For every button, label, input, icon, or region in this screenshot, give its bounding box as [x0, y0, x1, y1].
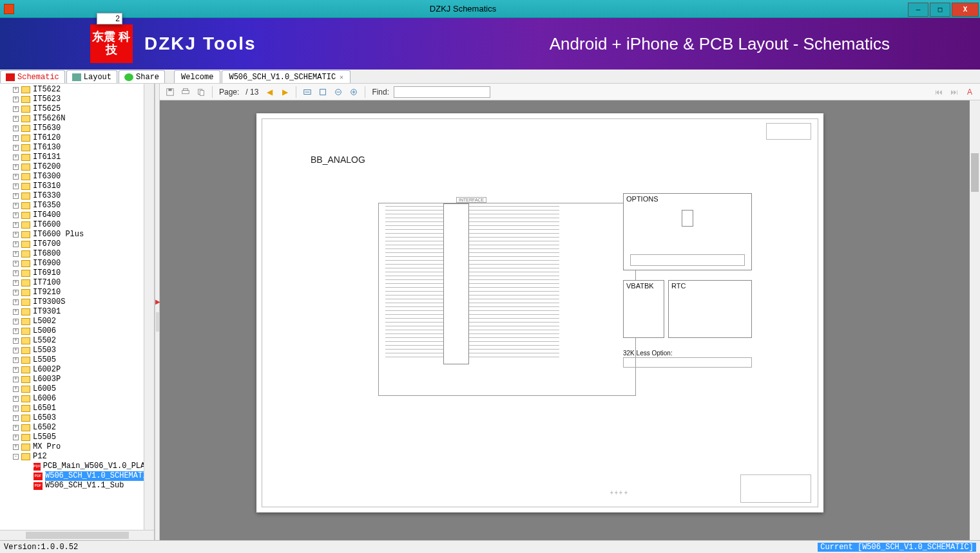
tree-file[interactable]: PDFPCB_Main_W506_V1.0_PLACEMEN — [0, 462, 154, 471]
tree-folder[interactable]: IT6350 — [0, 201, 154, 211]
expander-icon[interactable] — [13, 406, 19, 411]
splitter[interactable]: ▶ — [155, 84, 160, 540]
tree-folder[interactable]: IT6900 — [0, 259, 154, 268]
maximize-button[interactable]: □ — [930, 3, 950, 17]
tree-folder[interactable]: IT5625 — [0, 104, 154, 114]
tree-folder[interactable]: L6501 — [0, 404, 154, 413]
expander-icon[interactable] — [13, 435, 19, 440]
expander-icon[interactable] — [13, 135, 19, 141]
tree-folder[interactable]: IT6400 — [0, 211, 154, 220]
tree-folder[interactable]: IT6700 — [0, 239, 154, 249]
expander-icon[interactable] — [13, 425, 19, 431]
tree-folder[interactable]: IT6200 — [0, 162, 154, 172]
doc-tab-welcome[interactable]: Welcome — [174, 70, 220, 83]
expander-icon[interactable] — [13, 87, 19, 93]
expander-icon[interactable] — [13, 396, 19, 402]
find-prev-icon[interactable]: ⏮ — [932, 86, 945, 98]
tree-folder[interactable]: L5006 — [0, 326, 154, 336]
prev-page-icon[interactable]: ◀ — [263, 86, 276, 98]
zoom-in-icon[interactable] — [347, 86, 360, 98]
text-style-icon[interactable]: A — [963, 86, 976, 98]
tree-folder[interactable]: IT5623 — [0, 95, 154, 104]
expander-icon[interactable] — [13, 97, 19, 102]
expander-icon[interactable] — [13, 309, 19, 315]
expander-icon[interactable] — [13, 106, 19, 112]
tree-folder[interactable]: L6503 — [0, 413, 154, 423]
tree-folder[interactable]: L5502 — [0, 336, 154, 346]
expander-icon[interactable] — [13, 290, 19, 295]
tree-folder[interactable]: IT5630 — [0, 124, 154, 133]
tree-folder[interactable]: IT6130 — [0, 143, 154, 153]
tree-folder[interactable]: L6002P — [0, 365, 154, 375]
expander-icon[interactable] — [13, 386, 19, 392]
tree-folder[interactable]: IT7100 — [0, 278, 154, 288]
expander-icon[interactable] — [13, 232, 19, 238]
expander-icon[interactable] — [13, 280, 19, 286]
tab-layout[interactable]: Layout — [66, 70, 117, 83]
fit-page-icon[interactable] — [316, 86, 329, 98]
tab-share[interactable]: Share — [119, 70, 165, 83]
tree-folder[interactable]: L5503 — [0, 346, 154, 355]
minimize-button[interactable]: — — [908, 3, 928, 17]
tree-scroll[interactable]: IT5622IT5623IT5625IT5626NIT5630IT6120IT6… — [0, 84, 154, 530]
tree-folder[interactable]: IT6910 — [0, 268, 154, 278]
tree-vertical-scrollbar[interactable] — [144, 84, 154, 530]
page-input[interactable] — [97, 13, 122, 24]
tree-folder[interactable]: IT6600 — [0, 220, 154, 230]
find-input[interactable] — [394, 86, 490, 98]
expander-icon[interactable] — [13, 328, 19, 334]
tree-folder[interactable]: IT5622 — [0, 85, 154, 95]
expander-icon[interactable] — [13, 126, 19, 131]
next-page-icon[interactable]: ▶ — [278, 86, 291, 98]
tree-folder[interactable]: IT6310 — [0, 182, 154, 191]
tree-folder[interactable]: IT5626N — [0, 114, 154, 124]
tree-folder[interactable]: MX Pro — [0, 442, 154, 452]
expander-icon[interactable] — [13, 377, 19, 382]
expander-icon[interactable] — [13, 174, 19, 180]
expander-icon[interactable] — [13, 415, 19, 421]
expander-icon[interactable] — [13, 155, 19, 160]
tree-folder[interactable]: IT6330 — [0, 191, 154, 201]
copy-icon[interactable] — [195, 86, 207, 98]
tree-folder-open[interactable]: P12 — [0, 452, 154, 462]
expander-icon[interactable] — [13, 338, 19, 344]
tab-schematic[interactable]: Schematic — [0, 70, 65, 83]
tree-folder[interactable]: IT6800 — [0, 249, 154, 259]
close-button[interactable]: X — [952, 3, 979, 17]
expander-icon[interactable] — [13, 203, 19, 209]
doc-tab-current[interactable]: W506_SCH_V1.0_SCHEMATIC ✕ — [222, 70, 351, 83]
zoom-out-icon[interactable] — [332, 86, 345, 98]
expander-icon[interactable] — [13, 183, 19, 189]
tree-folder[interactable]: L6502 — [0, 423, 154, 433]
expander-icon[interactable] — [13, 193, 19, 199]
tree-file[interactable]: PDFW506_SCH_V1.1_Sub — [0, 481, 154, 491]
tree-folder[interactable]: L5505 — [0, 355, 154, 365]
expander-icon[interactable] — [13, 251, 19, 257]
tree-folder[interactable]: IT9300S — [0, 297, 154, 307]
expander-icon[interactable] — [13, 348, 19, 353]
expander-icon[interactable] — [13, 261, 19, 267]
tree-folder[interactable]: L6003P — [0, 375, 154, 384]
tree-folder[interactable]: IT6131 — [0, 153, 154, 162]
fit-width-icon[interactable] — [301, 86, 314, 98]
tree-folder[interactable]: IT6300 — [0, 172, 154, 182]
expander-icon[interactable] — [13, 212, 19, 218]
tree-folder[interactable]: IT6120 — [0, 133, 154, 143]
expander-icon[interactable] — [13, 145, 19, 151]
tree-horizontal-scrollbar[interactable] — [0, 530, 154, 540]
tree-folder[interactable]: IT9301 — [0, 307, 154, 317]
expander-icon[interactable] — [13, 357, 19, 363]
expander-icon[interactable] — [13, 241, 19, 247]
tree-folder[interactable]: IT6600 Plus — [0, 230, 154, 239]
viewer-vertical-scrollbar[interactable] — [970, 100, 980, 540]
print-icon[interactable] — [179, 86, 192, 98]
expander-icon[interactable] — [13, 164, 19, 170]
expander-icon[interactable] — [13, 454, 19, 460]
expander-icon[interactable] — [13, 319, 19, 324]
find-next-icon[interactable]: ⏭ — [948, 86, 961, 98]
expander-icon[interactable] — [13, 444, 19, 450]
expander-icon[interactable] — [13, 367, 19, 373]
expander-icon[interactable] — [13, 270, 19, 276]
tree-file[interactable]: PDFW506_SCH_V1.0_SCHEMATIC — [0, 471, 154, 481]
tree-folder[interactable]: L5505 — [0, 433, 154, 442]
